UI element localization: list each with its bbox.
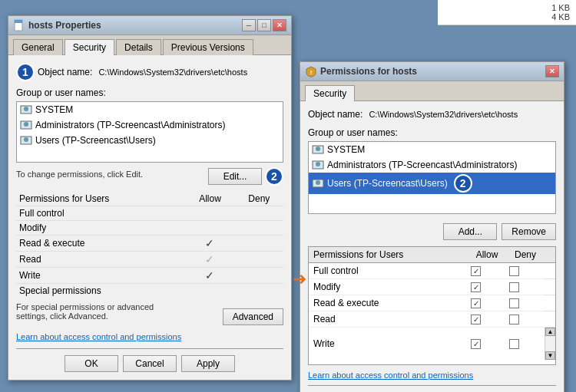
admin-name: Administrators (TP-Screencast\Administra… — [35, 120, 225, 130]
perm-dialog-row-readexecute: Read & execute — [309, 295, 555, 311]
modify-deny-cb[interactable] — [509, 282, 519, 292]
perm-row-readexecute: Read & execute ✓ — [16, 236, 283, 252]
perm-system-icon — [312, 143, 324, 156]
cancel-button[interactable]: Cancel — [123, 355, 177, 372]
readexecute-deny-cb[interactable] — [509, 298, 519, 308]
perm-write-allow: ✓ — [205, 269, 214, 282]
apply-button[interactable]: Apply — [181, 355, 235, 372]
admin-icon — [20, 119, 32, 131]
write-allow-cb[interactable] — [471, 339, 481, 349]
svg-point-5 — [24, 122, 28, 127]
perm-users-icon — [312, 177, 324, 189]
file-icon — [13, 19, 25, 31]
svg-point-10 — [316, 147, 320, 151]
perm-admin-icon — [312, 159, 324, 171]
svg-text:!: ! — [310, 69, 313, 76]
group-label: Group or user names: — [16, 87, 283, 98]
perm-list-admins[interactable]: Administrators (TP-Screencast\Administra… — [309, 157, 555, 173]
perm-dialog-modify-name: Modify — [309, 279, 468, 295]
minimize-button[interactable]: ─ — [242, 19, 256, 31]
add-button[interactable]: Add... — [443, 223, 497, 240]
perm-dialog-readexecute-name: Read & execute — [309, 295, 468, 311]
advanced-info: For special permissions or advanced sett… — [16, 302, 170, 321]
list-item-system[interactable]: SYSTEM — [17, 102, 283, 117]
scroll-down-btn[interactable]: ▼ — [545, 351, 555, 360]
badge-2-dialog: 2 — [454, 174, 472, 193]
tab-general[interactable]: General — [13, 39, 63, 55]
deny-col-header: Deny — [235, 192, 283, 206]
hosts-properties-title: hosts Properties — [28, 20, 101, 31]
arrow-indicator: ➜ — [293, 269, 306, 289]
svg-rect-1 — [15, 20, 22, 23]
perm-row-fullcontrol: Full control — [16, 206, 283, 221]
shield-icon: ! — [305, 65, 317, 77]
perm-dialog-row-fullcontrol: Full control — [309, 263, 555, 279]
perm-users-name: Users (TP-Screencast\Users) — [327, 178, 448, 189]
perm-list-system[interactable]: SYSTEM — [309, 142, 555, 157]
perm-readexecute-allow: ✓ — [205, 237, 214, 249]
perm-readexecute-name: Read & execute — [16, 236, 185, 252]
perm-user-listbox: SYSTEM Administrators (TP-Screencast\Adm… — [308, 141, 556, 214]
perm-read-name: Read — [16, 252, 185, 268]
perm-admin-name: Administrators (TP-Screencast\Administra… — [327, 160, 517, 170]
hosts-properties-window: hosts Properties ─ □ ✕ General Security … — [8, 15, 292, 380]
ok-button[interactable]: OK — [65, 355, 118, 372]
perm-divider — [308, 385, 556, 386]
bg-file2-size: 4 KB — [444, 12, 570, 21]
learn-link[interactable]: Learn about access control and permissio… — [16, 332, 181, 341]
perm-row-special: Special permissions — [16, 284, 283, 298]
perm-dialog-row-write: Write ▲ ▼ — [309, 328, 555, 361]
perm-dialog-table: Permissions for Users Allow Deny Full co… — [309, 247, 555, 360]
list-item-admins[interactable]: Administrators (TP-Screencast\Administra… — [17, 117, 283, 133]
system-icon — [20, 104, 32, 116]
perm-learn-link[interactable]: Learn about access control and permissio… — [308, 371, 473, 380]
fullcontrol-allow-cb[interactable] — [471, 266, 481, 276]
divider — [16, 348, 283, 349]
permissions-title: Permissions for hosts — [320, 66, 417, 77]
remove-button[interactable]: Remove — [502, 223, 556, 240]
advanced-button[interactable]: Advanced — [223, 308, 283, 325]
edit-button[interactable]: Edit... — [208, 168, 262, 185]
perm-row-write: Write ✓ — [16, 268, 283, 284]
permissions-close-button[interactable]: ✕ — [545, 65, 559, 77]
tab-security[interactable]: Security — [65, 39, 114, 55]
perm-dialog-allow-header: Allow — [468, 247, 506, 263]
fullcontrol-deny-cb[interactable] — [509, 266, 519, 276]
user-listbox: SYSTEM Administrators (TP-Screencast\Adm… — [16, 101, 283, 163]
perm-list-users[interactable]: Users (TP-Screencast\Users) 2 — [309, 173, 555, 194]
perm-system-name: SYSTEM — [327, 144, 365, 155]
perm-dialog-write-name: Write — [309, 328, 468, 361]
readexecute-allow-cb[interactable] — [471, 298, 481, 308]
list-item-users[interactable]: Users (TP-Screencast\Users) — [17, 133, 283, 148]
perm-dialog-row-read: Read — [309, 311, 555, 328]
permissions-table: Permissions for Users Allow Deny Full co… — [16, 192, 283, 298]
perm-special-name: Special permissions — [16, 284, 185, 298]
maximize-button[interactable]: □ — [257, 19, 271, 31]
object-name-value: C:\Windows\System32\drivers\etc\hosts — [98, 68, 247, 77]
perm-row-read: Read ✓ — [16, 252, 283, 268]
modify-allow-cb[interactable] — [471, 282, 481, 292]
scroll-up-btn[interactable]: ▲ — [545, 328, 555, 336]
svg-point-7 — [24, 137, 28, 142]
system-name: SYSTEM — [35, 104, 73, 115]
write-deny-cb[interactable] — [509, 339, 519, 349]
perm-dialog-fullcontrol-name: Full control — [309, 263, 468, 279]
read-allow-cb[interactable] — [471, 315, 481, 324]
perm-dialog-row-modify: Modify — [309, 279, 555, 295]
svg-point-12 — [316, 162, 320, 166]
users-icon — [20, 134, 32, 147]
tab-details[interactable]: Details — [116, 39, 161, 55]
perm-col-header: Permissions for Users — [16, 192, 185, 206]
users-name: Users (TP-Screencast\Users) — [35, 135, 156, 146]
object-name-label: Object name: — [38, 67, 92, 77]
bottom-buttons: OK Cancel Apply — [16, 355, 283, 372]
svg-point-3 — [24, 107, 28, 111]
tab-previous-versions[interactable]: Previous Versions — [163, 39, 253, 55]
close-button[interactable]: ✕ — [273, 19, 286, 31]
badge-2: 2 — [265, 167, 283, 186]
svg-point-14 — [316, 180, 320, 185]
perm-object-name-label: Object name: — [308, 109, 362, 120]
perm-write-name: Write — [16, 268, 185, 284]
read-deny-cb[interactable] — [509, 315, 519, 324]
permissions-tab-security[interactable]: Security — [305, 85, 355, 101]
